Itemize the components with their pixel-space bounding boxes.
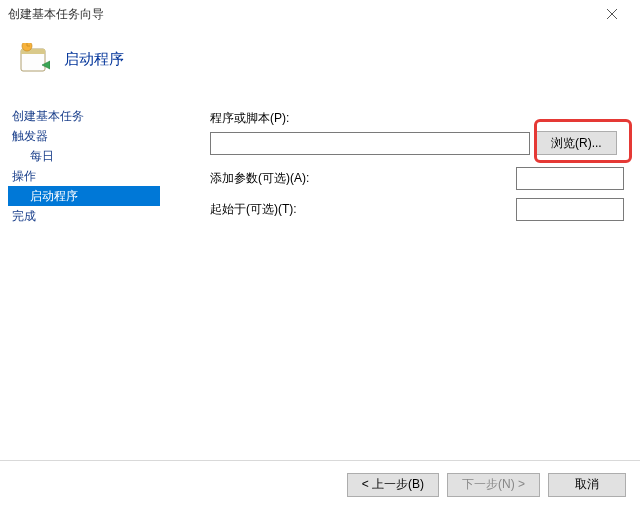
wizard-footer: < 上一步(B) 下一步(N) > 取消 (0, 460, 640, 508)
wizard-header: 启动程序 (0, 28, 640, 90)
back-button[interactable]: < 上一步(B) (347, 473, 439, 497)
page-title: 启动程序 (64, 50, 124, 69)
step-action[interactable]: 操作 (8, 166, 160, 186)
cancel-button[interactable]: 取消 (548, 473, 626, 497)
window-title: 创建基本任务向导 (8, 6, 592, 23)
close-button[interactable] (592, 0, 632, 28)
step-trigger[interactable]: 触发器 (8, 126, 160, 146)
titlebar: 创建基本任务向导 (0, 0, 640, 28)
startin-label: 起始于(可选)(T): (210, 201, 320, 218)
program-script-input[interactable] (210, 132, 530, 155)
content-area: 创建基本任务 触发器 每日 操作 启动程序 完成 程序或脚本(P): 浏览(R)… (0, 100, 640, 460)
step-daily[interactable]: 每日 (8, 146, 160, 166)
startin-input[interactable] (516, 198, 624, 221)
wizard-steps-sidebar: 创建基本任务 触发器 每日 操作 启动程序 完成 (0, 100, 160, 460)
step-start-program[interactable]: 启动程序 (8, 186, 160, 206)
step-finish[interactable]: 完成 (8, 206, 160, 226)
arguments-input[interactable] (516, 167, 624, 190)
wizard-window: 创建基本任务向导 启动程序 创建基本任务 触发器 每日 操作 启动程序 完成 (0, 0, 640, 508)
program-script-label: 程序或脚本(P): (210, 110, 289, 127)
step-create-basic-task[interactable]: 创建基本任务 (8, 106, 160, 126)
start-program-icon (18, 43, 50, 75)
form-panel: 程序或脚本(P): 浏览(R)... 添加参数(可选)(A): 起始于(可选)(… (160, 100, 640, 460)
browse-button[interactable]: 浏览(R)... (536, 131, 617, 155)
arguments-label: 添加参数(可选)(A): (210, 170, 320, 187)
next-button[interactable]: 下一步(N) > (447, 473, 540, 497)
close-icon (607, 9, 617, 19)
